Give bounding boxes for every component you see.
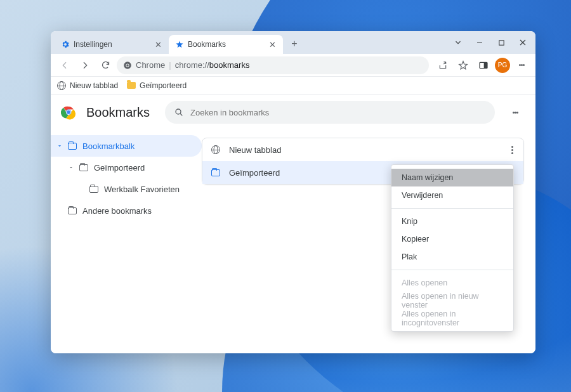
tree-node-andere-bookmarks[interactable]: Andere bookmarks (51, 200, 202, 221)
page-title: Bookmarks (86, 105, 150, 120)
bookmark-list-pane: Nieuw tabblad Geïmporteerd Naam wijzigen… (202, 130, 535, 353)
forward-button[interactable] (76, 56, 94, 74)
bookmarks-manager: Bookmarks Bookmarkbalk Geïmpo (51, 95, 535, 353)
bookmark-list: Nieuw tabblad Geïmporteerd Naam wijzigen… (202, 138, 524, 185)
ctx-rename[interactable]: Naam wijzigen (391, 169, 513, 186)
chrome-menu-button[interactable] (513, 56, 530, 74)
search-input[interactable] (190, 108, 486, 117)
bookmarks-bar-item[interactable]: Nieuw tabblad (57, 81, 118, 90)
chevron-down-icon[interactable] (53, 143, 66, 149)
globe-icon (57, 81, 66, 90)
tree-label: Werkbalk Favorieten (104, 185, 180, 194)
svg-rect-6 (484, 62, 487, 68)
maximize-button[interactable] (491, 34, 511, 51)
context-menu: Naam wijzigen Verwijderen Knip Kopieer P… (391, 164, 514, 332)
back-button[interactable] (56, 56, 74, 74)
gear-icon (61, 40, 70, 49)
chevron-down-icon[interactable] (65, 164, 77, 171)
window-controls (448, 31, 533, 54)
tab-title: Bookmarks (188, 40, 264, 49)
url-scheme: chrome:// (175, 60, 209, 70)
menu-divider (391, 208, 513, 209)
ctx-copy[interactable]: Kopieer (391, 230, 513, 248)
tree-label: Andere bookmarks (82, 206, 152, 216)
menu-divider (391, 270, 513, 270)
toolbar: Chrome | chrome://bookmarks PG (51, 54, 535, 77)
bookmark-row[interactable]: Geïmporteerd Naam wijzigen Verwijderen K… (202, 161, 523, 184)
bookmark-label: Geïmporteerd (229, 168, 280, 178)
folder-icon (89, 186, 98, 193)
bookmark-label: Nieuw tabblad (229, 145, 281, 155)
row-more-button[interactable] (509, 143, 516, 157)
tab-strip: Instellingen ✕ Bookmarks ✕ + (51, 31, 535, 54)
app-more-button[interactable] (505, 102, 525, 122)
ctx-open-all: Alles openen (391, 274, 513, 292)
tree-node-bookmarkbalk[interactable]: Bookmarkbalk (51, 135, 202, 157)
tree-label: Geïmporteerd (94, 163, 145, 173)
search-bookmarks[interactable] (165, 101, 495, 124)
bookmarks-bar-label: Nieuw tabblad (70, 81, 118, 90)
tab-instellingen[interactable]: Instellingen ✕ (55, 35, 169, 54)
chrome-logo-icon (61, 105, 76, 120)
ctx-delete[interactable]: Verwijderen (391, 186, 513, 204)
folder-icon (68, 207, 77, 214)
bookmarks-bar: Nieuw tabblad Geïmporteerd (51, 77, 535, 95)
tab-bookmarks[interactable]: Bookmarks ✕ (169, 35, 283, 54)
svg-point-4 (126, 64, 129, 67)
svg-point-10 (176, 109, 181, 114)
ctx-cut[interactable]: Knip (391, 212, 513, 230)
ctx-paste[interactable]: Plak (391, 248, 513, 266)
window-close-button[interactable] (513, 34, 533, 51)
address-bar[interactable]: Chrome | chrome://bookmarks (117, 56, 429, 74)
share-button[interactable] (434, 56, 452, 74)
svg-line-11 (180, 114, 182, 115)
url-path: bookmarks (209, 60, 250, 70)
chrome-icon (123, 61, 132, 70)
folder-icon (127, 82, 136, 89)
folder-icon (211, 169, 220, 176)
folder-icon (79, 164, 88, 171)
bookmarks-bar-label: Geïmporteerd (140, 81, 187, 90)
bookmark-row[interactable]: Nieuw tabblad (202, 138, 523, 161)
chrome-window: Instellingen ✕ Bookmarks ✕ + (51, 31, 535, 353)
side-panel-button[interactable] (475, 56, 492, 74)
app-header: Bookmarks (51, 95, 535, 130)
reload-button[interactable] (96, 56, 114, 74)
folder-tree: Bookmarkbalk Geïmporteerd Werkbalk Favor… (51, 130, 202, 353)
url-prefix: Chrome (136, 60, 165, 70)
ctx-open-all-new-window: Alles openen in nieuw venster (391, 292, 513, 310)
svg-rect-1 (499, 40, 503, 44)
globe-icon (211, 145, 220, 154)
minimize-button[interactable] (469, 34, 490, 51)
folder-icon (68, 143, 77, 150)
tree-node-geimporteerd[interactable]: Geïmporteerd (51, 157, 202, 178)
profile-avatar[interactable]: PG (495, 58, 510, 73)
tree-label: Bookmarkbalk (82, 141, 135, 151)
tree-node-werkbalk-favorieten[interactable]: Werkbalk Favorieten (51, 178, 202, 200)
ctx-open-all-incognito: Alles openen in incognitovenster (391, 310, 513, 327)
close-icon[interactable]: ✕ (154, 40, 162, 49)
tab-title: Instellingen (74, 40, 150, 49)
bookmark-star-button[interactable] (454, 56, 472, 74)
star-icon (175, 40, 184, 49)
tab-search-button[interactable] (448, 34, 468, 51)
close-icon[interactable]: ✕ (268, 40, 277, 49)
new-tab-button[interactable]: + (286, 35, 303, 53)
bookmarks-bar-item[interactable]: Geïmporteerd (127, 81, 187, 90)
search-icon (174, 107, 184, 117)
